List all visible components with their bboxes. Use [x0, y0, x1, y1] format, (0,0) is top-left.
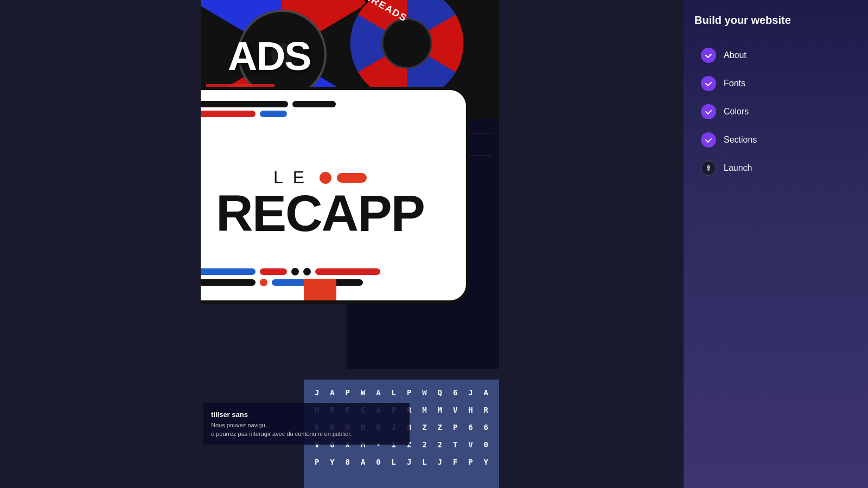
svg-point-11	[382, 19, 431, 68]
cell: A	[355, 454, 371, 470]
cell: Z	[432, 420, 448, 435]
cell: W	[355, 385, 371, 400]
sections-dot	[701, 132, 716, 147]
cell: H	[463, 402, 478, 418]
recapp-top-decorations	[201, 101, 450, 120]
cell: R	[478, 402, 494, 418]
check-icon-sections	[705, 136, 712, 144]
warning-overlay: tiliser sans Nous pouvez navigu... e pou…	[203, 403, 410, 445]
orange-block	[304, 279, 336, 300]
grid-row-4: P Y 8 A 0 L J L J F P Y	[309, 454, 494, 470]
cell: 6	[463, 420, 478, 435]
ads-text: ADS	[228, 33, 310, 79]
nav-item-fonts[interactable]: Fonts	[694, 70, 857, 97]
cell: 8	[340, 454, 355, 470]
sidebar: Build your website About Fonts	[684, 0, 868, 488]
cell: P	[340, 385, 355, 400]
cell: M	[432, 402, 448, 418]
deco-bar-3	[201, 111, 256, 117]
cell: P	[463, 454, 478, 470]
cell: L	[417, 454, 432, 470]
cell: V	[463, 437, 478, 452]
about-label: About	[724, 50, 746, 60]
bottom-dot-1	[291, 268, 299, 275]
launch-label: Launch	[724, 163, 752, 173]
sidebar-nav: About Fonts Colors S	[694, 42, 857, 181]
cell: 2	[432, 437, 448, 452]
deco-row-2	[201, 111, 450, 117]
cell: 6	[478, 420, 494, 435]
grid-row-0: J A P W A L P W Q 6 J A	[309, 385, 494, 400]
cell: F	[448, 454, 463, 470]
cell: J	[463, 385, 478, 400]
cell: Y	[324, 454, 340, 470]
bdeco-bar-1	[201, 268, 256, 275]
fonts-label: Fonts	[724, 79, 745, 88]
cell: Y	[478, 454, 494, 470]
cell: J	[432, 454, 448, 470]
le-circle	[320, 172, 331, 184]
colors-label: Colors	[724, 107, 749, 117]
nav-item-about[interactable]: About	[694, 42, 857, 68]
bottom-dot-red	[260, 279, 267, 286]
nav-item-launch[interactable]: Launch	[694, 155, 857, 181]
warning-detail: e pourrez pas interagir avec du contenu …	[211, 431, 402, 437]
cell: A	[478, 385, 494, 400]
cell: T	[448, 437, 463, 452]
cell: Z	[417, 420, 432, 435]
colors-dot	[701, 104, 716, 119]
bottom-deco-row-1	[201, 268, 450, 275]
warning-text: Nous pouvez navigu...	[211, 422, 402, 428]
cell: L	[386, 454, 401, 470]
cell: L	[386, 385, 401, 400]
launch-dot	[701, 160, 716, 176]
nav-item-sections[interactable]: Sections	[694, 127, 857, 153]
cell: J	[401, 454, 417, 470]
deco-bar-1	[201, 101, 288, 107]
recapp-logo-wrapper: LE RECAPP	[201, 87, 469, 304]
cell: M	[417, 402, 432, 418]
svg-point-12	[708, 166, 709, 168]
about-dot	[701, 48, 716, 63]
deco-bar-2	[292, 101, 336, 107]
cell: 0	[478, 437, 494, 452]
check-icon	[705, 52, 712, 59]
warning-title: tiliser sans	[211, 410, 402, 419]
cell: P	[401, 385, 417, 400]
sections-label: Sections	[724, 135, 757, 145]
check-icon-colors	[705, 108, 712, 115]
nav-item-colors[interactable]: Colors	[694, 99, 857, 125]
cell: J	[309, 385, 324, 400]
deco-row-1	[201, 101, 450, 107]
main-content: getyourguide.co.uk/washington-dc-l2/nati…	[0, 0, 684, 488]
cell: A	[371, 385, 386, 400]
cell: V	[448, 402, 463, 418]
recapp-text: RECAPP	[216, 188, 424, 239]
deco-bar-4	[260, 111, 287, 117]
bdeco-bar-4	[201, 279, 256, 286]
center-panel: ADS THREADS RE	[201, 0, 499, 488]
cell: 2	[417, 437, 432, 452]
bdeco-bar-2	[260, 268, 287, 275]
cell: Q	[432, 385, 448, 400]
recapp-center: LE RECAPP	[216, 168, 424, 239]
rocket-icon	[705, 164, 712, 172]
sidebar-title: Build your website	[694, 13, 857, 27]
cell: 6	[448, 385, 463, 400]
bdeco-bar-3	[315, 268, 380, 275]
recapp-box: LE RECAPP	[201, 87, 469, 304]
fonts-dot	[701, 76, 716, 91]
check-icon-fonts	[705, 80, 712, 87]
le-pill	[337, 173, 367, 183]
cell: 0	[371, 454, 386, 470]
cell: A	[324, 385, 340, 400]
cell: P	[448, 420, 463, 435]
bottom-dot-2	[303, 268, 311, 275]
cell: P	[309, 454, 324, 470]
cell: W	[417, 385, 432, 400]
